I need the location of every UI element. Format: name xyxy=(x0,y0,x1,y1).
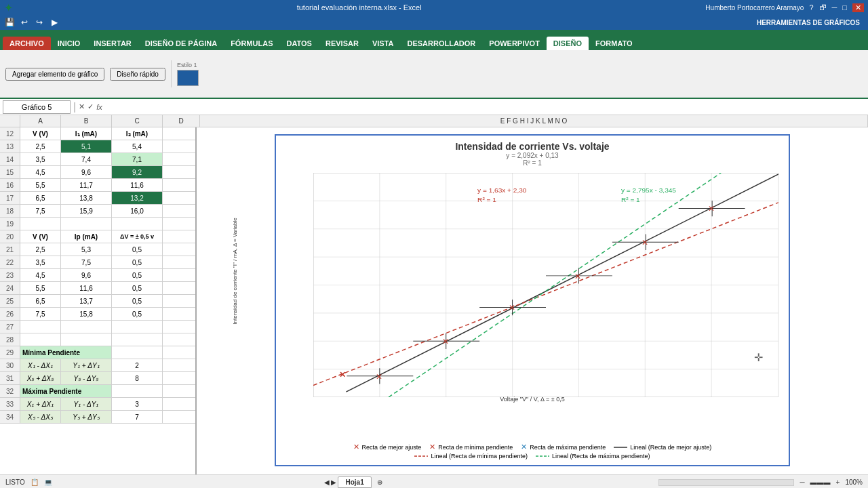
cell-c21[interactable]: 0,5 xyxy=(112,243,163,256)
formula-cancel-icon[interactable]: ✕ xyxy=(79,102,85,111)
cell-c27[interactable] xyxy=(112,321,163,333)
cell-a20[interactable]: V (V) xyxy=(20,230,61,243)
col-header-b[interactable]: B xyxy=(61,115,112,127)
cell-a14[interactable]: 3,5 xyxy=(20,153,61,165)
cell-a12[interactable]: V (V) xyxy=(20,127,61,140)
sheet-tab-hoja1[interactable]: Hoja1 xyxy=(338,476,371,488)
cell-b26[interactable]: 15,8 xyxy=(61,308,112,320)
cell-a23[interactable]: 4,5 xyxy=(20,269,61,281)
tab-vista[interactable]: VISTA xyxy=(366,37,401,50)
cell-c33[interactable]: 3 xyxy=(112,398,163,410)
cell-b33[interactable]: Y₁ - ΔY₁ xyxy=(61,398,112,410)
cell-c14[interactable]: 7,1 xyxy=(112,153,163,165)
cell-a32[interactable]: Máxima Pendiente xyxy=(20,385,112,397)
cell-c26[interactable]: 0,5 xyxy=(112,308,163,320)
cell-b19[interactable] xyxy=(61,218,112,230)
scroll-left-icon[interactable]: ◀ xyxy=(324,479,330,486)
cell-a25[interactable]: 6,5 xyxy=(20,295,61,307)
cell-b24[interactable]: 11,6 xyxy=(61,282,112,294)
redo-button[interactable]: ↪ xyxy=(33,16,46,28)
ribbon-btn-1[interactable]: Agregar elemento de gráfico xyxy=(5,68,104,81)
cell-b12[interactable]: I₁ (mA) xyxy=(61,127,112,140)
cell-a33[interactable]: X₁ + ΔX₁ xyxy=(20,398,61,410)
cell-c15[interactable]: 9,2 xyxy=(112,166,163,178)
save-button[interactable]: 💾 xyxy=(3,16,16,28)
minimize-icon[interactable]: ─ xyxy=(832,3,837,12)
cell-c25[interactable]: 0,5 xyxy=(112,295,163,307)
scroll-bar-area[interactable] xyxy=(658,479,794,486)
chart-container[interactable]: Intensidad de corriente Vs. voltaje y = … xyxy=(275,134,790,466)
cell-c22[interactable]: 0,5 xyxy=(112,256,163,268)
formula-input[interactable] xyxy=(105,100,865,114)
cell-a21[interactable]: 2,5 xyxy=(20,243,61,256)
help-icon[interactable]: ? xyxy=(809,3,813,12)
cell-a28[interactable] xyxy=(20,333,61,346)
formula-fx-icon[interactable]: fx xyxy=(96,103,102,111)
cell-c12[interactable]: I₂ (mA) xyxy=(112,127,163,140)
tab-formato[interactable]: FORMATO xyxy=(589,37,639,50)
cell-c29[interactable] xyxy=(112,346,163,359)
cell-a34[interactable]: X₅ - ΔX₅ xyxy=(20,411,61,423)
tab-datos[interactable]: DATOS xyxy=(279,37,319,50)
cell-a17[interactable]: 6,5 xyxy=(20,192,61,204)
cell-a15[interactable]: 4,5 xyxy=(20,166,61,178)
cell-a27[interactable] xyxy=(20,321,61,333)
add-sheet-button[interactable]: ⊕ xyxy=(373,477,387,487)
cell-b13[interactable]: 5,1 xyxy=(61,140,112,152)
cell-a30[interactable]: X₁ - ΔX₁ xyxy=(20,359,61,371)
zoom-in-icon[interactable]: + xyxy=(836,479,840,486)
cell-b27[interactable] xyxy=(61,321,112,333)
col-header-rest[interactable]: E F G H I J K L M N O xyxy=(200,115,868,127)
cell-a26[interactable]: 7,5 xyxy=(20,308,61,320)
undo-button[interactable]: ↩ xyxy=(18,16,31,28)
cell-a18[interactable]: 7,5 xyxy=(20,205,61,217)
cell-b14[interactable]: 7,4 xyxy=(61,153,112,165)
cell-b15[interactable]: 9,6 xyxy=(61,166,112,178)
cell-b18[interactable]: 15,9 xyxy=(61,205,112,217)
cell-b23[interactable]: 9,6 xyxy=(61,269,112,281)
tab-desarrollador[interactable]: DESARROLLADOR xyxy=(400,37,482,50)
cell-b25[interactable]: 13,7 xyxy=(61,295,112,307)
cell-a19[interactable] xyxy=(20,218,61,230)
tab-inicio[interactable]: INICIO xyxy=(51,37,87,50)
cell-b28[interactable] xyxy=(61,333,112,346)
zoom-out-icon[interactable]: ─ xyxy=(800,479,804,486)
cell-c23[interactable]: 0,5 xyxy=(112,269,163,281)
cell-b17[interactable]: 13,8 xyxy=(61,192,112,204)
cell-b34[interactable]: Y₅ + ΔY₅ xyxy=(61,411,112,423)
run-button[interactable]: ▶ xyxy=(47,16,61,28)
close-icon[interactable]: ✕ xyxy=(852,3,864,12)
cell-c16[interactable]: 11,6 xyxy=(112,179,163,191)
cell-a13[interactable]: 2,5 xyxy=(20,140,61,152)
tab-diseno[interactable]: DISEÑO xyxy=(547,37,589,50)
zoom-slider[interactable]: ▬▬▬ xyxy=(810,479,831,486)
restore-icon[interactable]: 🗗 xyxy=(819,3,827,12)
cell-c13[interactable]: 5,4 xyxy=(112,140,163,152)
cell-c24[interactable]: 0,5 xyxy=(112,282,163,294)
tab-powerpivot[interactable]: POWERPIVOT xyxy=(482,37,547,50)
maximize-icon[interactable]: □ xyxy=(842,3,847,12)
cell-c17[interactable]: 13,2 xyxy=(112,192,163,204)
ribbon-btn-2[interactable]: Diseño rápido xyxy=(110,68,165,81)
cell-b21[interactable]: 5,3 xyxy=(61,243,112,256)
cell-c28[interactable] xyxy=(112,333,163,346)
tab-formulas[interactable]: FÓRMULAS xyxy=(224,37,279,50)
cell-c18[interactable]: 16,0 xyxy=(112,205,163,217)
cell-b22[interactable]: 7,5 xyxy=(61,256,112,268)
chart-area[interactable]: Intensidad de corriente Vs. voltaje y = … xyxy=(197,127,868,474)
cell-a22[interactable]: 3,5 xyxy=(20,256,61,268)
col-header-a[interactable]: A xyxy=(20,115,61,127)
cell-b16[interactable]: 11,7 xyxy=(61,179,112,191)
cell-c34[interactable]: 7 xyxy=(112,411,163,423)
cell-a31[interactable]: X₅ + ΔX₅ xyxy=(20,372,61,384)
cell-c30[interactable]: 2 xyxy=(112,359,163,371)
cell-b31[interactable]: Y₅ - ΔY₅ xyxy=(61,372,112,384)
tab-diseno-pagina[interactable]: DISEÑO DE PÁGINA xyxy=(138,37,224,50)
cell-b20[interactable]: Ip (mA) xyxy=(61,230,112,243)
cell-c20[interactable]: ΔV = ± 0,5 v xyxy=(112,230,163,243)
cell-a29[interactable]: Mínima Pendiente xyxy=(20,346,112,359)
tab-insertar[interactable]: INSERTAR xyxy=(87,37,138,50)
name-box[interactable] xyxy=(3,100,71,114)
cell-c32[interactable] xyxy=(112,385,163,397)
formula-confirm-icon[interactable]: ✓ xyxy=(87,102,94,111)
